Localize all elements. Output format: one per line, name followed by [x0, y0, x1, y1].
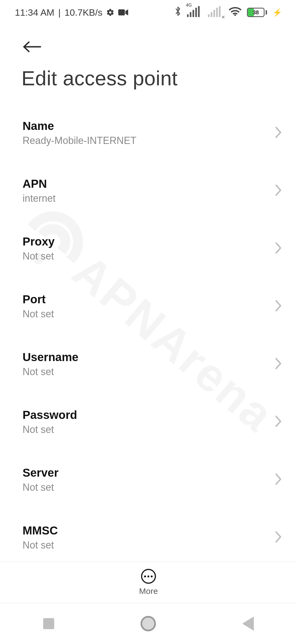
- settings-row-title: Server: [23, 466, 270, 479]
- chevron-right-icon: [274, 184, 282, 198]
- signal-sim1: 4G: [187, 7, 202, 18]
- status-net-speed: 10.7KB/s: [65, 7, 103, 18]
- settings-row-value: Ready-Mobile-INTERNET: [23, 135, 270, 146]
- settings-row-title: Name: [23, 119, 270, 133]
- bottom-toolbar: More: [0, 561, 297, 603]
- camera-icon: [118, 9, 128, 16]
- battery-indicator: 38: [247, 8, 267, 17]
- arrow-left-icon: [22, 40, 42, 53]
- settings-row-title: Username: [23, 351, 270, 364]
- chevron-right-icon: [274, 415, 282, 429]
- settings-row-apn[interactable]: APN internet: [0, 167, 297, 215]
- status-time: 11:34 AM: [15, 7, 54, 18]
- settings-row-username[interactable]: Username Not set: [0, 340, 297, 388]
- chevron-right-icon: [274, 530, 282, 545]
- battery-percent: 38: [248, 9, 264, 16]
- settings-row-value: Not set: [23, 366, 270, 378]
- settings-row-title: MMSC: [23, 524, 270, 537]
- wifi-icon: [229, 6, 241, 18]
- signal-4g-label: 4G: [186, 3, 192, 8]
- more-icon: [141, 569, 156, 584]
- page-title: Edit access point: [21, 67, 178, 90]
- gear-icon: [106, 8, 114, 17]
- settings-row-value: Not set: [23, 539, 270, 551]
- svg-point-1: [234, 14, 236, 16]
- chevron-right-icon: [274, 357, 282, 371]
- settings-row-server[interactable]: Server Not set: [0, 456, 297, 504]
- settings-row-title: Proxy: [23, 235, 270, 248]
- back-button[interactable]: [21, 36, 43, 58]
- svg-rect-0: [118, 9, 125, 15]
- bluetooth-icon: [174, 6, 182, 19]
- settings-row-value: internet: [23, 193, 270, 204]
- chevron-right-icon: [274, 241, 282, 256]
- settings-row-value: Not set: [23, 424, 270, 435]
- nav-home-button[interactable]: [141, 616, 156, 631]
- settings-row-mmsc[interactable]: MMSC Not set: [0, 514, 297, 561]
- settings-list: Name Ready-Mobile-INTERNET APN internet …: [0, 109, 297, 561]
- chevron-right-icon: [274, 126, 282, 140]
- settings-row-proxy[interactable]: Proxy Not set: [0, 225, 297, 272]
- settings-row-title: Password: [23, 408, 270, 422]
- status-bar: 11:34 AM | 10.7KB/s 4G: [0, 0, 297, 25]
- settings-row-value: Not set: [23, 250, 270, 262]
- chevron-right-icon: [274, 473, 282, 487]
- settings-row-port[interactable]: Port Not set: [0, 282, 297, 330]
- signal-sim2: ✕: [208, 7, 223, 18]
- settings-row-value: Not set: [23, 308, 270, 320]
- settings-row-value: Not set: [23, 482, 270, 493]
- nav-recents-button[interactable]: [43, 618, 54, 629]
- status-separator: |: [58, 7, 61, 18]
- nav-back-button[interactable]: [242, 616, 254, 631]
- more-label: More: [139, 586, 158, 596]
- settings-row-name[interactable]: Name Ready-Mobile-INTERNET: [0, 109, 297, 157]
- chevron-right-icon: [274, 299, 282, 313]
- settings-row-password[interactable]: Password Not set: [0, 398, 297, 446]
- charging-icon: ⚡: [273, 8, 282, 17]
- android-nav-bar: [0, 603, 297, 644]
- settings-row-title: APN: [23, 177, 270, 190]
- more-button[interactable]: More: [139, 569, 158, 596]
- settings-row-title: Port: [23, 293, 270, 306]
